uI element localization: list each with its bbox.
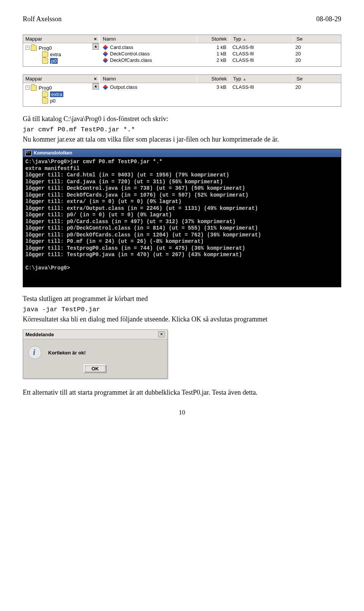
header-date: 08-08-29 <box>316 15 341 23</box>
message-dialog: Meddelande × Kortleken är ok! OK <box>23 329 168 379</box>
column-size[interactable]: Storlek <box>197 75 230 83</box>
file-row[interactable]: DeckOfCards.class2 kBCLASS-fil20 <box>100 57 341 63</box>
tree-item-prog0[interactable]: Prog0 <box>24 85 98 91</box>
tree-item-p0[interactable]: p0 <box>24 58 98 64</box>
scroll-up-icon[interactable]: ▲ <box>93 43 99 50</box>
explorer-window-p0: Mappar × ▲ −Prog0extrap0 Namn Storlek Ty… <box>23 35 341 67</box>
file-name: Card.class <box>110 44 133 50</box>
cmd-icon <box>25 151 31 156</box>
column-name[interactable]: Namn <box>100 75 197 83</box>
tree-label: Prog0 <box>39 45 52 51</box>
tree-label: extra <box>50 91 63 97</box>
file-type: CLASS-fil <box>229 44 292 50</box>
file-size: 1 kB <box>197 44 229 50</box>
folder-icon <box>42 52 48 57</box>
close-icon[interactable]: × <box>94 76 97 82</box>
file-type: CLASS-fil <box>229 84 292 90</box>
page-header: Rolf Axelsson 08-08-29 <box>23 15 341 23</box>
close-icon[interactable]: × <box>158 331 165 337</box>
folder-icon <box>42 58 48 64</box>
paragraph: Testa slutligen att programmet är körbar… <box>23 294 341 304</box>
explorer-window-extra: Mappar × ▲ −Prog0extrap0 Namn Storlek Ty… <box>23 74 341 107</box>
paragraph: Ett alternativ till att starta programme… <box>23 388 341 397</box>
dialog-title: Meddelande <box>25 332 54 337</box>
code-line: jar cmvf P0.mf TestP0.jar *.* <box>23 126 341 133</box>
class-file-icon <box>103 45 108 50</box>
scroll-up-icon[interactable]: ▲ <box>93 83 99 90</box>
dialog-message: Kortleken är ok! <box>48 350 86 356</box>
terminal-window: Kommandotolken C:\java\Prog0>jar cmvf P0… <box>23 149 341 287</box>
tree-label: p0 <box>50 98 55 104</box>
code-line: java -jar TestP0.jar <box>23 306 341 313</box>
column-size[interactable]: Storlek <box>197 35 230 43</box>
tree-title: Mappar <box>25 76 42 82</box>
column-name[interactable]: Namn <box>100 35 197 43</box>
paragraph: Gå till katalog C:\java\Prog0 i dos-föns… <box>23 114 341 124</box>
terminal-title: Kommandotolken <box>34 150 72 156</box>
tree-item-extra[interactable]: extra <box>24 91 98 98</box>
collapse-icon[interactable]: − <box>25 85 30 90</box>
ok-button[interactable]: OK <box>84 364 107 373</box>
tree-label: p0 <box>50 58 58 64</box>
tree-item-p0[interactable]: p0 <box>24 98 98 104</box>
column-type[interactable]: Typ▲ <box>230 35 293 43</box>
terminal-titlebar: Kommandotolken <box>23 149 341 157</box>
folder-icon <box>42 98 48 104</box>
file-size: 1 kB <box>197 51 229 57</box>
info-icon <box>28 346 41 359</box>
tree-item-prog0[interactable]: Prog0 <box>24 45 98 51</box>
class-file-icon <box>103 51 108 57</box>
file-size: 3 kB <box>197 84 229 90</box>
class-file-icon <box>103 85 108 90</box>
author-name: Rolf Axelsson <box>23 15 62 23</box>
file-name: DeckControl.class <box>110 51 150 57</box>
tree-label: Prog0 <box>39 85 52 91</box>
tree-label: extra <box>50 52 61 57</box>
file-row[interactable]: Output.class3 kBCLASS-fil20 <box>100 84 341 90</box>
folder-icon <box>31 46 37 51</box>
file-row[interactable]: DeckControl.class1 kBCLASS-fil20 <box>100 50 341 57</box>
file-size: 2 kB <box>197 57 229 63</box>
collapse-icon[interactable]: − <box>25 46 30 50</box>
file-type: CLASS-fil <box>229 57 292 63</box>
column-date[interactable]: Se <box>293 75 341 83</box>
terminal-output: C:\java\Prog0>jar cmvf P0.mf TestP0.jar … <box>23 157 341 287</box>
file-date: 20 <box>292 51 341 57</box>
file-date: 20 <box>292 44 341 50</box>
paragraph: Körresultatet ska bli en dialog med följ… <box>23 315 341 324</box>
folder-icon <box>31 85 37 91</box>
file-type: CLASS-fil <box>229 51 292 57</box>
folder-icon <box>42 92 48 97</box>
file-row[interactable]: Card.class1 kBCLASS-fil20 <box>100 44 341 50</box>
class-file-icon <box>103 58 108 63</box>
page-number: 10 <box>23 409 341 416</box>
close-icon[interactable]: × <box>94 36 97 42</box>
sort-asc-icon: ▲ <box>243 37 246 41</box>
sort-asc-icon: ▲ <box>243 77 246 81</box>
tree-title: Mappar <box>25 36 42 42</box>
paragraph: Nu kommer jar.exe att tala om vilka file… <box>23 135 341 144</box>
column-type[interactable]: Typ▲ <box>230 75 293 83</box>
file-date: 20 <box>292 57 341 63</box>
column-date[interactable]: Se <box>293 35 341 43</box>
file-name: Output.class <box>110 84 137 90</box>
file-date: 20 <box>292 84 341 90</box>
tree-item-extra[interactable]: extra <box>24 51 98 58</box>
file-name: DeckOfCards.class <box>110 57 152 63</box>
